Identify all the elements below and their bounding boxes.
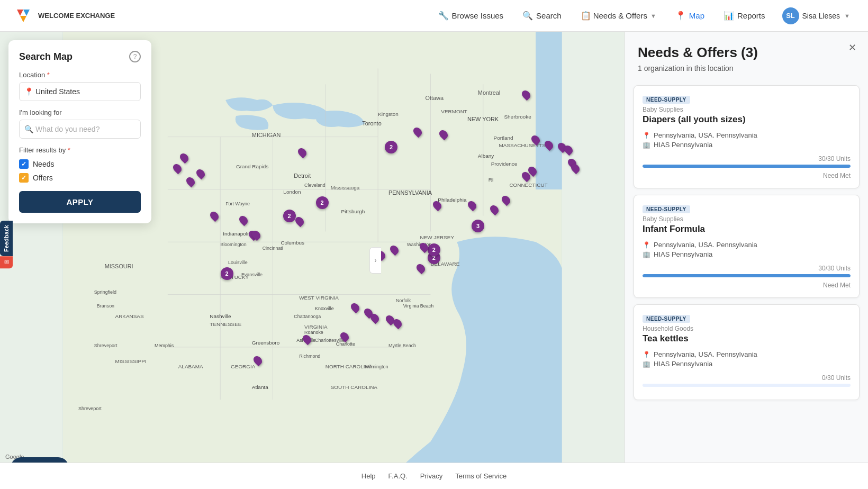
map-marker-18[interactable] xyxy=(491,205,498,214)
svg-text:Cincinnati: Cincinnati xyxy=(263,246,283,251)
map-marker-41[interactable] xyxy=(174,164,181,173)
svg-marker-2 xyxy=(20,16,26,22)
map-marker-32[interactable] xyxy=(303,334,311,344)
nav-reports[interactable]: 📊 Reports xyxy=(716,7,773,24)
svg-text:Atlanta: Atlanta xyxy=(252,384,268,390)
needs-checkbox[interactable]: ✓ Needs xyxy=(19,159,141,169)
avatar: SL xyxy=(782,7,799,24)
svg-text:Portland: Portland xyxy=(494,135,513,141)
footer-help[interactable]: Help xyxy=(361,472,376,480)
map-marker-40[interactable] xyxy=(180,153,188,162)
map-marker-6[interactable] xyxy=(414,127,421,137)
progress-count: 30/30 Units xyxy=(818,155,851,162)
svg-text:GEORGIA: GEORGIA xyxy=(231,364,256,369)
offers-checkbox[interactable]: ✓ Offers xyxy=(19,173,141,183)
map-marker-7[interactable] xyxy=(440,130,447,139)
map-marker-19[interactable] xyxy=(468,201,476,210)
map-marker-9[interactable] xyxy=(532,135,539,144)
svg-text:Springfield: Springfield xyxy=(94,289,116,295)
user-menu[interactable]: SL Sisa Lleses ▼ xyxy=(777,4,855,28)
map-label: Map xyxy=(689,11,704,20)
map-marker-33[interactable] xyxy=(341,332,348,341)
map-marker-31[interactable] xyxy=(254,356,261,365)
footer-privacy[interactable]: Privacy xyxy=(420,472,443,480)
map-marker-39[interactable] xyxy=(299,148,306,157)
browse-label: Browse Issues xyxy=(452,11,504,20)
nav-needs-offers[interactable]: 📋 Needs & Offers ▼ xyxy=(573,7,664,24)
svg-text:Philadelphia: Philadelphia xyxy=(438,197,467,203)
progress-bar-fill xyxy=(643,274,851,277)
app-name: WELCOME EXCHANGE xyxy=(38,12,115,20)
map-marker-42[interactable] xyxy=(197,169,204,178)
map-marker-3[interactable]: 2 xyxy=(221,267,233,280)
filter-label: Filter results by * xyxy=(19,146,141,154)
footer-faq[interactable]: F.A.Q. xyxy=(388,472,408,480)
map-marker-17[interactable] xyxy=(502,195,510,205)
map-area[interactable]: Toronto Detroit Mississauga London MICHI… xyxy=(0,32,625,489)
map-marker-30[interactable] xyxy=(420,242,428,252)
need-met-status: Need Met xyxy=(643,172,851,179)
location-input-wrapper: 📍 xyxy=(19,82,141,101)
map-marker-28[interactable] xyxy=(394,319,401,328)
map-marker-22[interactable] xyxy=(391,245,398,255)
map-marker-26[interactable] xyxy=(371,313,378,323)
svg-text:Bloomington: Bloomington xyxy=(220,242,247,247)
close-panel-button[interactable]: ✕ xyxy=(845,40,860,55)
card-category: Household Goods xyxy=(643,325,851,332)
map-marker-14[interactable] xyxy=(572,164,579,173)
svg-text:Chattanooga: Chattanooga xyxy=(294,314,321,319)
map-marker-29[interactable] xyxy=(417,264,424,273)
card-meta: 📍 Pennsylvania, USA. Pennsylvania 🏢 HIAS… xyxy=(643,350,851,368)
panel-title: Needs & Offers (3) xyxy=(638,44,855,61)
map-marker-1[interactable]: 2 xyxy=(316,196,329,209)
needs-offers-icon: 📋 xyxy=(581,11,591,21)
footer-terms[interactable]: Terms of Service xyxy=(455,472,507,480)
map-marker-8[interactable] xyxy=(522,90,530,99)
map-marker-5[interactable]: 3 xyxy=(472,220,484,232)
progress-row: 0/30 Units xyxy=(643,374,851,382)
footer: Help F.A.Q. Privacy Terms of Service xyxy=(0,463,868,489)
map-marker-27[interactable] xyxy=(386,315,394,324)
card-location: 📍 Pennsylvania, USA. Pennsylvania xyxy=(643,350,851,358)
nav-browse-issues[interactable]: 🔧 Browse Issues xyxy=(431,7,511,24)
feedback-tab[interactable]: Feedback xyxy=(0,221,13,256)
map-marker-35[interactable] xyxy=(211,211,218,221)
map-marker-12[interactable] xyxy=(565,145,572,155)
location-meta-icon: 📍 xyxy=(643,132,650,139)
logo[interactable]: WELCOME EXCHANGE xyxy=(13,5,115,26)
progress-count: 30/30 Units xyxy=(818,265,851,272)
svg-text:Columbus: Columbus xyxy=(281,240,304,246)
nav-search[interactable]: 🔍 Search xyxy=(515,7,569,24)
svg-text:Shreveport: Shreveport xyxy=(94,343,117,348)
search-input[interactable] xyxy=(19,120,141,139)
cards-list: NEED-SUPPLY Baby Supplies Diapers (all y… xyxy=(625,79,868,489)
map-marker-15[interactable] xyxy=(529,166,536,176)
collapse-arrow[interactable]: › xyxy=(369,247,381,274)
map-marker-21[interactable]: 2 xyxy=(428,243,440,256)
map-marker-16[interactable] xyxy=(522,171,530,181)
map-marker-10[interactable] xyxy=(545,140,553,150)
map-marker-34[interactable] xyxy=(240,215,247,225)
checkbox-group: ✓ Needs ✓ Offers xyxy=(19,159,141,183)
search-nav-icon: 🔍 xyxy=(522,11,533,21)
feedback-email[interactable]: ✉ xyxy=(0,256,13,268)
svg-text:TENNESSEE: TENNESSEE xyxy=(210,321,241,327)
help-icon[interactable]: ? xyxy=(129,51,141,62)
feedback-wrapper: Feedback ✉ xyxy=(0,221,13,268)
map-marker-20[interactable] xyxy=(433,201,441,210)
map-marker-24[interactable] xyxy=(351,303,359,312)
svg-text:WEST VIRGINIA: WEST VIRGINIA xyxy=(299,295,339,301)
nav-map[interactable]: 📍 Map xyxy=(668,7,712,24)
map-marker-0[interactable]: 2 xyxy=(385,141,397,153)
map-marker-43[interactable] xyxy=(187,177,194,186)
progress-bar-bg xyxy=(643,165,851,168)
apply-button[interactable]: APPLY xyxy=(19,191,141,213)
map-marker-2[interactable]: 2 xyxy=(283,210,296,222)
map-marker-38[interactable] xyxy=(296,216,303,226)
card-title: Tea kettles xyxy=(643,333,851,344)
location-input[interactable] xyxy=(19,82,141,101)
svg-text:VIRGINIA: VIRGINIA xyxy=(304,324,328,330)
org-meta-icon: 🏢 xyxy=(643,251,650,258)
progress-row: 30/30 Units xyxy=(643,155,851,162)
map-marker-37[interactable] xyxy=(252,230,260,240)
